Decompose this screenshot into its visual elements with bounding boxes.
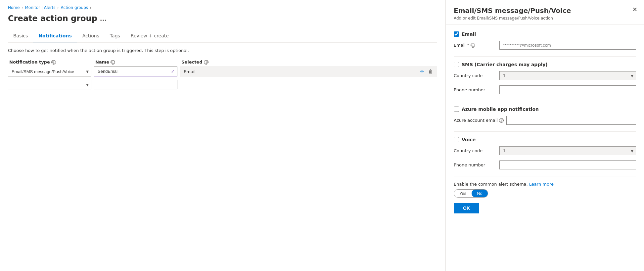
notification-type-empty-wrapper: ▼ xyxy=(8,80,91,89)
notification-type-select-wrapper: Email/SMS message/Push/Voice ▼ xyxy=(8,67,91,76)
step-description: Choose how to get notified when the acti… xyxy=(8,48,437,53)
name-checkmark-icon: ✓ xyxy=(171,69,175,74)
sms-section: SMS (Carrier charges may apply) Country … xyxy=(454,62,636,94)
voice-section: Voice Country code 1 ▼ Phone number xyxy=(454,137,636,169)
sms-checkbox-row: SMS (Carrier charges may apply) xyxy=(454,62,636,67)
common-alert-text: Enable the common alert schema. Learn mo… xyxy=(454,182,636,187)
page-title-container: Create action group ... xyxy=(8,14,437,23)
col-header-name: Name ⓘ xyxy=(94,60,180,65)
edit-button[interactable]: ✏ xyxy=(420,68,425,75)
ok-button[interactable]: OK xyxy=(454,203,479,213)
tab-review-create[interactable]: Review + create xyxy=(125,30,174,42)
side-panel-body: Email Email * ⓘ SMS (Carrier charges may… xyxy=(446,25,644,271)
name-input[interactable] xyxy=(94,67,177,76)
breadcrumb-action-groups[interactable]: Action groups xyxy=(61,5,88,10)
selected-actions: ✏ 🗑 xyxy=(420,68,434,75)
divider-4 xyxy=(454,176,636,176)
close-button[interactable]: ✕ xyxy=(631,5,639,14)
breadcrumb-sep-3: › xyxy=(90,6,91,10)
azure-app-checkbox-label[interactable]: Azure mobile app notification xyxy=(462,107,539,112)
notification-type-info-icon[interactable]: ⓘ xyxy=(51,60,56,65)
delete-button[interactable]: 🗑 xyxy=(428,68,434,75)
voice-checkbox-label[interactable]: Voice xyxy=(462,137,476,142)
breadcrumb-home[interactable]: Home xyxy=(8,5,20,10)
sms-phone-input[interactable] xyxy=(499,85,636,94)
sms-country-code-row: Country code 1 ▼ xyxy=(454,71,636,80)
tab-tags[interactable]: Tags xyxy=(105,30,125,42)
table-row: Email/SMS message/Push/Voice ▼ ✓ Email ✏… xyxy=(8,66,437,77)
table-row-empty: ▼ xyxy=(8,80,437,89)
sms-checkbox[interactable] xyxy=(454,62,459,67)
divider-2 xyxy=(454,101,636,101)
notification-type-empty-select[interactable] xyxy=(8,80,91,89)
email-input[interactable] xyxy=(499,41,636,50)
selected-info-icon[interactable]: ⓘ xyxy=(204,60,208,65)
toggle-yes[interactable]: Yes xyxy=(454,190,472,197)
notification-type-select[interactable]: Email/SMS message/Push/Voice xyxy=(8,67,91,76)
voice-phone-row: Phone number xyxy=(454,160,636,169)
email-checkbox[interactable] xyxy=(454,31,459,37)
common-alert-toggle-group: Yes No xyxy=(454,189,488,198)
voice-phone-input[interactable] xyxy=(499,160,636,169)
azure-account-email-row: Azure account email ⓘ xyxy=(454,116,636,125)
voice-country-code-wrapper: 1 ▼ xyxy=(499,146,636,155)
name-input-wrapper: ✓ xyxy=(94,67,177,76)
voice-checkbox[interactable] xyxy=(454,137,459,142)
side-panel-header: Email/SMS message/Push/Voice Add or edit… xyxy=(446,0,644,25)
page-title: Create action group xyxy=(8,14,97,23)
voice-phone-label: Phone number xyxy=(454,162,497,167)
sms-phone-label: Phone number xyxy=(454,87,497,92)
selected-value: Email xyxy=(184,69,196,74)
azure-app-checkbox-row: Azure mobile app notification xyxy=(454,107,636,112)
main-panel: Home › Monitor | Alerts › Action groups … xyxy=(0,0,445,271)
tab-notifications[interactable]: Notifications xyxy=(33,30,77,42)
breadcrumb-monitor-alerts[interactable]: Monitor | Alerts xyxy=(25,5,55,10)
email-field-label: Email * ⓘ xyxy=(454,43,497,48)
side-panel-title: Email/SMS message/Push/Voice xyxy=(454,7,636,15)
page-title-ellipsis[interactable]: ... xyxy=(100,15,107,22)
email-checkbox-label[interactable]: Email xyxy=(462,31,476,37)
divider-3 xyxy=(454,131,636,132)
sms-country-code-wrapper: 1 ▼ xyxy=(499,71,636,80)
tabs-container: Basics Notifications Actions Tags Review… xyxy=(8,30,437,43)
voice-country-code-select[interactable]: 1 xyxy=(499,146,636,155)
sms-checkbox-label[interactable]: SMS (Carrier charges may apply) xyxy=(462,62,548,67)
email-field-row: Email * ⓘ xyxy=(454,41,636,50)
email-info-icon[interactable]: ⓘ xyxy=(471,43,475,48)
col-header-selected: Selected ⓘ xyxy=(180,60,437,65)
azure-email-info-icon[interactable]: ⓘ xyxy=(499,118,504,123)
azure-app-checkbox[interactable] xyxy=(454,107,459,112)
breadcrumb-sep-1: › xyxy=(22,6,23,10)
azure-account-email-input[interactable] xyxy=(506,116,636,125)
tab-basics[interactable]: Basics xyxy=(8,30,33,42)
selected-cell: Email ✏ 🗑 xyxy=(180,66,437,77)
divider-1 xyxy=(454,56,636,57)
toggle-no[interactable]: No xyxy=(472,190,488,197)
breadcrumb: Home › Monitor | Alerts › Action groups … xyxy=(8,5,437,10)
sms-country-code-select[interactable]: 1 xyxy=(499,71,636,80)
learn-more-link[interactable]: Learn more xyxy=(529,182,554,187)
name-info-icon[interactable]: ⓘ xyxy=(111,60,115,65)
voice-country-code-row: Country code 1 ▼ xyxy=(454,146,636,155)
sms-phone-row: Phone number xyxy=(454,85,636,94)
email-checkbox-row: Email xyxy=(454,31,636,37)
col-header-notification-type: Notification type ⓘ xyxy=(8,60,94,65)
voice-country-code-label: Country code xyxy=(454,148,497,153)
breadcrumb-sep-2: › xyxy=(58,6,59,10)
name-empty-input[interactable] xyxy=(94,80,177,89)
sms-country-code-label: Country code xyxy=(454,73,497,78)
common-alert-section: Enable the common alert schema. Learn mo… xyxy=(454,182,636,198)
azure-account-email-label: Azure account email ⓘ xyxy=(454,118,504,123)
voice-checkbox-row: Voice xyxy=(454,137,636,142)
azure-app-section: Azure mobile app notification Azure acco… xyxy=(454,107,636,125)
email-section: Email Email * ⓘ xyxy=(454,31,636,50)
side-panel-subtitle: Add or edit Email/SMS message/Push/Voice… xyxy=(454,16,636,21)
side-panel: Email/SMS message/Push/Voice Add or edit… xyxy=(445,0,644,271)
table-header: Notification type ⓘ Name ⓘ Selected ⓘ xyxy=(8,60,437,65)
tab-actions[interactable]: Actions xyxy=(77,30,105,42)
